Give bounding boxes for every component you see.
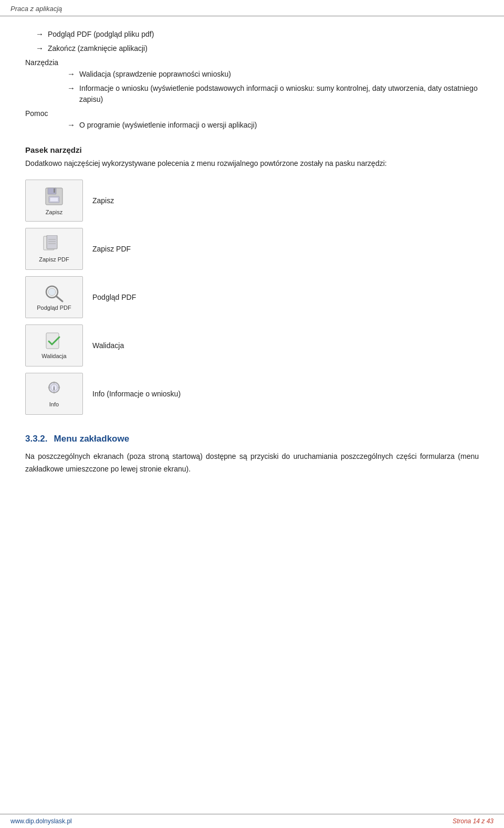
section-number: 3.3.2.	[25, 434, 48, 444]
page-header: Praca z aplikacją	[0, 0, 504, 16]
toolbar-icon-box-zapisz: Zapisz	[25, 180, 83, 222]
list-item-podglad: → Podgląd PDF (podgląd pliku pdf)	[36, 29, 479, 40]
item-text-informacje: Informacje o wniosku (wyświetlenie podst…	[79, 83, 479, 105]
toolbar-icon-label-zapisz: Zapisz	[46, 209, 62, 215]
toolbar-section-title: Pasek narzędzi	[25, 145, 479, 154]
svg-text:i: i	[54, 385, 55, 391]
toolbar-row-zapisz-pdf: Zapisz PDF Zapisz PDF	[25, 228, 479, 270]
pomoc-label: Pomoc	[25, 109, 479, 118]
toolbar-row-text-walidacja: Walidacja	[92, 341, 124, 350]
toolbar-icon-box-zapisz-pdf: Zapisz PDF	[25, 228, 83, 270]
svg-rect-3	[50, 197, 58, 202]
toolbar-icon-label-zapisz-pdf: Zapisz PDF	[39, 256, 69, 263]
list-item-zakonz: → Zakończ (zamknięcie aplikacji)	[36, 43, 479, 54]
svg-line-12	[56, 296, 62, 301]
arrow-icon: →	[36, 29, 44, 38]
footer-link[interactable]: www.dip.dolnyslask.pl	[10, 817, 72, 825]
toolbar-icon-box-podglad-pdf: Podgląd PDF	[25, 276, 83, 318]
header-title: Praca z aplikacją	[10, 5, 62, 13]
toolbar-icon-label-info: Info	[49, 401, 59, 407]
toolbar-row-text-podglad-pdf: Podgląd PDF	[92, 293, 136, 301]
toolbar-row-zapisz: Zapisz Zapisz	[25, 180, 479, 222]
arrow-icon: →	[67, 120, 75, 129]
preview-pdf-icon	[44, 284, 65, 302]
toolbar-row-text-info: Info (Informacje o wniosku)	[92, 390, 181, 398]
toolbar-row-text-zapisz-pdf: Zapisz PDF	[92, 245, 131, 253]
section-332-body: Na poszczególnych ekranach (poza stroną …	[25, 450, 479, 476]
toolbar-section-desc: Dodatkowo najczęściej wykorzystywane pol…	[25, 158, 479, 169]
main-content: → Podgląd PDF (podgląd pliku pdf) → Zako…	[0, 16, 504, 518]
narzedzia-label: Narzędzia	[25, 58, 479, 67]
toolbar-icon-label-podglad-pdf: Podgląd PDF	[37, 305, 71, 311]
toolbar-row-text-zapisz: Zapisz	[92, 196, 114, 205]
toolbar-icon-box-walidacja: Walidacja	[25, 324, 83, 366]
svg-rect-13	[46, 333, 59, 349]
toolbar-icon-box-info: i Info	[25, 373, 83, 415]
item-text-o-programie: O programie (wyświetlenie informacji o w…	[79, 120, 257, 131]
list-item-o-programie: → O programie (wyświetlenie informacji o…	[67, 120, 479, 131]
save-pdf-icon	[43, 235, 66, 254]
toolbar-row-info: i Info Info (Informacje o wniosku)	[25, 373, 479, 415]
toolbar-row-podglad-pdf: Podgląd PDF Podgląd PDF	[25, 276, 479, 318]
save-icon	[44, 186, 65, 207]
toolbar-icon-label-walidacja: Walidacja	[41, 353, 66, 359]
page-footer: www.dip.dolnyslask.pl Strona 14 z 43	[0, 814, 504, 828]
arrow-icon: →	[36, 44, 44, 53]
section-332-header: 3.3.2. Menu zakładkowe	[25, 434, 479, 444]
svg-rect-6	[47, 235, 57, 249]
section-title: Menu zakładkowe	[54, 434, 130, 444]
validate-icon	[44, 332, 65, 351]
item-text-walidacja: Walidacja (sprawdzenie poprawności wnios…	[79, 69, 231, 80]
toolbar-row-walidacja: Walidacja Walidacja	[25, 324, 479, 366]
list-item-walidacja: → Walidacja (sprawdzenie poprawności wni…	[67, 69, 479, 80]
footer-page-info: Strona 14 z 43	[453, 817, 494, 825]
arrow-icon: →	[67, 83, 75, 92]
svg-rect-4	[54, 188, 55, 193]
info-icon: i	[44, 380, 65, 399]
svg-point-11	[48, 288, 56, 296]
item-text-zakonz: Zakończ (zamknięcie aplikacji)	[48, 43, 148, 54]
arrow-icon: →	[67, 69, 75, 78]
list-item-informacje: → Informacje o wniosku (wyświetlenie pod…	[67, 83, 479, 105]
item-text-podglad: Podgląd PDF (podgląd pliku pdf)	[48, 29, 154, 40]
